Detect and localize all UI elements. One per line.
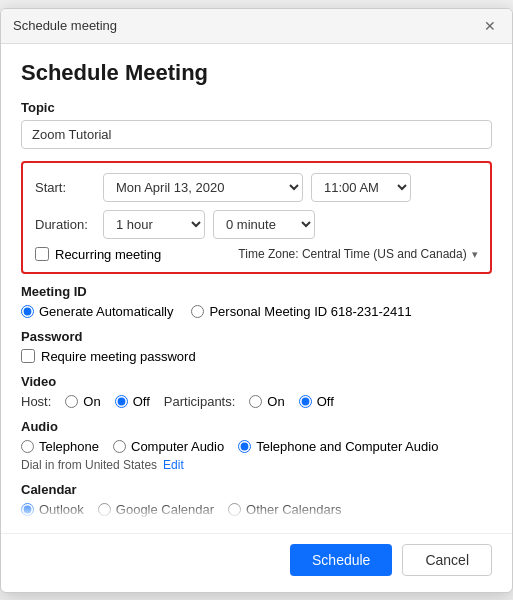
personal-id-radio[interactable] [191, 305, 204, 318]
personal-id-option[interactable]: Personal Meeting ID 618-231-2411 [191, 304, 411, 319]
generate-auto-radio[interactable] [21, 305, 34, 318]
audio-options: Telephone Computer Audio Telephone and C… [21, 439, 492, 454]
password-label: Password [21, 329, 492, 344]
require-password-checkbox[interactable] [21, 349, 35, 363]
other-calendars-radio[interactable] [228, 503, 241, 516]
meeting-id-label: Meeting ID [21, 284, 492, 299]
outlook-option[interactable]: Outlook [21, 502, 84, 517]
participants-label: Participants: [164, 394, 236, 409]
timezone-chevron: ▾ [472, 248, 478, 260]
schedule-button[interactable]: Schedule [290, 544, 392, 576]
recurring-left: Recurring meeting [35, 247, 161, 262]
both-audio-option[interactable]: Telephone and Computer Audio [238, 439, 438, 454]
participants-on-radio[interactable] [249, 395, 262, 408]
time-select[interactable]: 11:00 AM 11:30 AM 12:00 PM [311, 173, 411, 202]
participants-on-option[interactable]: On [249, 394, 284, 409]
dial-in-row: Dial in from United States Edit [21, 458, 492, 472]
meeting-id-section: Meeting ID Generate Automatically Person… [21, 284, 492, 319]
date-select[interactable]: Mon April 13, 2020 [103, 173, 303, 202]
calendar-options: Outlook Google Calendar Other Calendars [21, 502, 492, 517]
duration-label: Duration: [35, 217, 95, 232]
telephone-radio[interactable] [21, 440, 34, 453]
topic-section: Topic [21, 100, 492, 149]
topic-label: Topic [21, 100, 492, 115]
duration-row: Duration: 30 minutes 1 hour 1.5 hours 2 … [35, 210, 478, 239]
topic-input[interactable] [21, 120, 492, 149]
video-row: Host: On Off Participants: On Off [21, 394, 492, 409]
window-title: Schedule meeting [13, 18, 117, 33]
start-label: Start: [35, 180, 95, 195]
host-off-radio[interactable] [115, 395, 128, 408]
google-calendar-radio[interactable] [98, 503, 111, 516]
outlook-radio[interactable] [21, 503, 34, 516]
minute-select[interactable]: 0 minute 15 minutes 30 minutes 45 minute… [213, 210, 315, 239]
password-row: Require meeting password [21, 349, 492, 364]
start-row: Start: Mon April 13, 2020 11:00 AM 11:30… [35, 173, 478, 202]
host-on-radio[interactable] [65, 395, 78, 408]
host-off-option[interactable]: Off [115, 394, 150, 409]
participants-off-radio[interactable] [299, 395, 312, 408]
telephone-option[interactable]: Telephone [21, 439, 99, 454]
audio-section: Audio Telephone Computer Audio Telephone… [21, 419, 492, 472]
recurring-checkbox[interactable] [35, 247, 49, 261]
cancel-button[interactable]: Cancel [402, 544, 492, 576]
video-label: Video [21, 374, 492, 389]
schedule-meeting-window: Schedule meeting ✕ Schedule Meeting Topi… [0, 8, 513, 593]
recurring-row: Recurring meeting Time Zone: Central Tim… [35, 247, 478, 262]
dial-in-text: Dial in from United States [21, 458, 157, 472]
calendar-label: Calendar [21, 482, 492, 497]
computer-audio-radio[interactable] [113, 440, 126, 453]
recurring-label: Recurring meeting [55, 247, 161, 262]
meeting-id-options: Generate Automatically Personal Meeting … [21, 304, 492, 319]
schedule-box: Start: Mon April 13, 2020 11:00 AM 11:30… [21, 161, 492, 274]
participants-off-option[interactable]: Off [299, 394, 334, 409]
title-bar: Schedule meeting ✕ [1, 9, 512, 44]
calendar-section: Calendar Outlook Google Calendar Other C… [21, 482, 492, 517]
footer-buttons: Schedule Cancel [1, 533, 512, 592]
audio-label: Audio [21, 419, 492, 434]
timezone-text[interactable]: Time Zone: Central Time (US and Canada) … [238, 247, 478, 261]
require-password-label: Require meeting password [41, 349, 196, 364]
dialog-content: Schedule Meeting Topic Start: Mon April … [1, 44, 512, 533]
google-calendar-option[interactable]: Google Calendar [98, 502, 214, 517]
other-calendars-option[interactable]: Other Calendars [228, 502, 341, 517]
close-button[interactable]: ✕ [480, 17, 500, 35]
both-audio-radio[interactable] [238, 440, 251, 453]
video-section: Video Host: On Off Participants: On [21, 374, 492, 409]
edit-link[interactable]: Edit [163, 458, 184, 472]
page-title: Schedule Meeting [21, 60, 492, 86]
host-label: Host: [21, 394, 51, 409]
computer-audio-option[interactable]: Computer Audio [113, 439, 224, 454]
password-section: Password Require meeting password [21, 329, 492, 364]
duration-select[interactable]: 30 minutes 1 hour 1.5 hours 2 hours [103, 210, 205, 239]
host-on-option[interactable]: On [65, 394, 100, 409]
generate-auto-option[interactable]: Generate Automatically [21, 304, 173, 319]
